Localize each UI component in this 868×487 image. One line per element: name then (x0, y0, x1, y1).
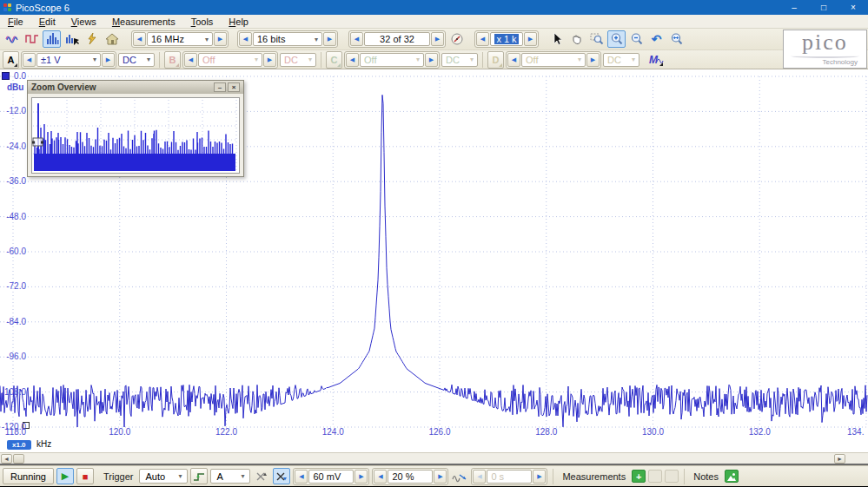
trigger-level-decrease-button[interactable]: ◀ (295, 470, 308, 484)
channel-d-range-decrease-button[interactable]: ◀ (507, 53, 520, 67)
channel-a-coupling-select[interactable]: DC ▾ (118, 53, 155, 67)
resolution-select[interactable]: 16 bits ▾ (253, 32, 322, 46)
notes-icon[interactable] (725, 470, 739, 483)
trigger-source-select[interactable]: A ▾ (210, 469, 250, 484)
channel-a-button[interactable]: A (3, 51, 19, 69)
falling-marker-icon[interactable] (273, 468, 290, 484)
channel-b-button[interactable]: B (164, 51, 181, 69)
delay-decrease-button[interactable]: ◀ (473, 470, 486, 484)
channel-b-range-select[interactable]: Off ▾ (198, 53, 262, 67)
channel-a-range-select[interactable]: ±1 V ▾ (36, 53, 101, 67)
spectrum-options-icon[interactable] (63, 30, 81, 48)
marquee-zoom-icon[interactable] (587, 30, 606, 48)
scroll-left-icon[interactable]: ◄ (1, 454, 12, 464)
resolution-decrease-button[interactable]: ◀ (239, 32, 252, 46)
trigger-level-increase-button[interactable]: ▶ (354, 470, 368, 484)
y-axis-tick: -36.0 (0, 176, 26, 186)
channel-b-range-increase-button[interactable]: ▶ (263, 53, 276, 67)
delete-measurement-icon[interactable] (665, 470, 679, 483)
channel-a-range-increase-button[interactable]: ▶ (102, 53, 115, 67)
trigger-edge-icon[interactable] (190, 468, 208, 484)
channel-b-range-group: ◀ Off ▾ ▶ (182, 51, 278, 69)
hand-pan-icon[interactable] (567, 30, 586, 48)
y-axis-tick: -84.0 (0, 317, 26, 326)
pretrigger-increase-button[interactable]: ▶ (434, 470, 447, 484)
channel-b-coupling-select[interactable]: DC ▾ (280, 53, 316, 67)
channel-c-range-decrease-button[interactable]: ◀ (346, 53, 359, 67)
chevron-corner-icon (337, 63, 341, 67)
zoom-overview-titlebar[interactable]: Zoom Overview – × (28, 81, 243, 94)
channel-d-range-select[interactable]: Off ▾ (521, 53, 586, 67)
channel-d-coupling-select[interactable]: DC ▾ (603, 53, 639, 67)
channel-c-range-select[interactable]: Off ▾ (360, 53, 424, 67)
x-axis-tick: 120.0 (105, 427, 135, 437)
undo-zoom-icon[interactable]: ↶ (647, 30, 666, 48)
delay-increase-button[interactable]: ▶ (533, 470, 546, 484)
post-trigger-delay-icon[interactable] (451, 468, 468, 484)
overview-minimize-icon[interactable]: – (214, 82, 226, 92)
zoom-in-icon[interactable] (607, 30, 626, 48)
maximize-icon[interactable]: □ (809, 0, 838, 15)
zoom-factor-decrease-button[interactable]: ◀ (476, 32, 489, 46)
menu-help[interactable]: Help (221, 16, 256, 28)
pretrigger-decrease-button[interactable]: ◀ (374, 470, 387, 484)
minimize-icon[interactable]: – (779, 0, 809, 15)
sample-rate-group: ◀ 16 MHz ▾ ▶ (131, 30, 229, 48)
horizontal-scrollbar[interactable]: ◄ ► (0, 452, 868, 464)
running-button[interactable]: Running (3, 468, 54, 484)
channel-d-button[interactable]: D (487, 51, 504, 69)
trigger-mode-select[interactable]: Auto ▾ (139, 469, 188, 484)
math-channels-icon[interactable]: M (646, 51, 665, 69)
menu-views[interactable]: Views (63, 16, 104, 28)
zoom-overview-chart[interactable] (31, 97, 240, 174)
sample-rate-select[interactable]: 16 MHz ▾ (147, 32, 213, 46)
spectrum-plot[interactable]: dBu x1.0 kHz Zoom Overview – × 0.0-12.0-… (0, 69, 868, 452)
channel-b-range-decrease-button[interactable]: ◀ (184, 53, 197, 67)
buffer-overview-icon[interactable] (447, 30, 466, 48)
scroll-right-icon[interactable]: ► (834, 454, 845, 464)
zoom-factor-increase-button[interactable]: ▶ (524, 32, 537, 46)
buffer-next-button[interactable]: ▶ (431, 32, 444, 46)
trigger-setup-icon[interactable] (83, 30, 101, 48)
menu-edit[interactable]: Edit (31, 16, 63, 28)
channel-a-range-decrease-button[interactable]: ◀ (23, 53, 36, 67)
chevron-down-icon: ▾ (200, 36, 209, 43)
channel-c-coupling-select[interactable]: DC ▾ (441, 53, 478, 67)
close-icon[interactable]: × (838, 0, 868, 15)
trigger-level-field[interactable]: 60 mV (308, 470, 354, 484)
normal-selection-icon[interactable] (547, 30, 566, 48)
logo-brand-text: pico (784, 31, 866, 54)
menu-tools[interactable]: Tools (183, 16, 222, 28)
zoom-full-icon[interactable] (667, 30, 686, 48)
rising-marker-icon[interactable] (253, 468, 270, 484)
stop-capture-icon[interactable]: ■ (76, 468, 94, 484)
pretrigger-field[interactable]: 20 % (388, 470, 433, 484)
buffer-previous-button[interactable]: ◀ (350, 32, 363, 46)
channel-d-range-group: ◀ Off ▾ ▶ (506, 51, 601, 69)
x-axis-tick: 124.0 (318, 427, 348, 437)
home-settings-icon[interactable] (103, 30, 121, 48)
resolution-increase-button[interactable]: ▶ (323, 32, 336, 46)
zoom-out-icon[interactable] (627, 30, 646, 48)
menu-measurements[interactable]: Measurements (104, 16, 183, 28)
channel-c-button[interactable]: C (326, 51, 342, 69)
sample-rate-increase-button[interactable]: ▶ (214, 32, 227, 46)
sample-rate-decrease-button[interactable]: ◀ (133, 32, 146, 46)
edit-measurement-icon[interactable] (648, 470, 662, 483)
zoom-overview-window[interactable]: Zoom Overview – × (27, 80, 244, 177)
start-capture-icon[interactable]: ▶ (56, 468, 74, 484)
channel-c-range-increase-button[interactable]: ▶ (425, 53, 438, 67)
zoom-factor-field[interactable]: x 1 k (490, 32, 523, 46)
spectrum-view-icon[interactable] (43, 30, 61, 48)
chevron-corner-icon (499, 63, 502, 67)
delay-field[interactable]: 0 s (487, 470, 532, 484)
overview-close-icon[interactable]: × (228, 82, 240, 92)
menu-file[interactable]: File (0, 16, 31, 28)
buffer-position-field[interactable]: 32 of 32 (364, 32, 430, 46)
channel-a-range-group: ◀ ±1 V ▾ ▶ (21, 51, 116, 69)
scrollbar-thumb[interactable] (13, 454, 24, 464)
add-measurement-icon[interactable]: + (632, 470, 646, 483)
scope-view-icon[interactable] (3, 30, 21, 48)
channel-d-range-increase-button[interactable]: ▶ (586, 53, 600, 67)
persistence-view-icon[interactable] (23, 30, 41, 48)
